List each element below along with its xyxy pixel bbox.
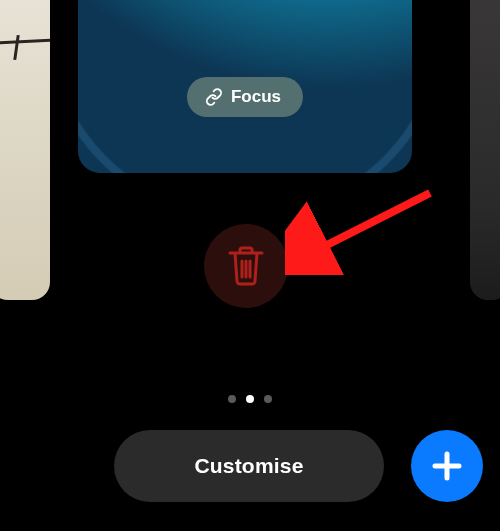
page-dot (228, 395, 236, 403)
link-icon (205, 88, 223, 106)
delete-wallpaper-button[interactable] (204, 224, 288, 308)
wallpaper-card-next[interactable] (470, 0, 500, 300)
focus-link-button[interactable]: Focus (187, 77, 303, 117)
svg-line-0 (307, 193, 430, 255)
wallpaper-card-previous[interactable] (0, 0, 50, 300)
focus-label: Focus (231, 87, 281, 107)
page-dot-active (246, 395, 254, 403)
wallpaper-card-current[interactable]: Focus (78, 0, 412, 173)
add-wallpaper-button[interactable] (411, 430, 483, 502)
customise-label: Customise (194, 454, 303, 478)
page-dot (264, 395, 272, 403)
plus-icon (429, 448, 465, 484)
trash-icon (227, 245, 265, 287)
page-indicator (0, 395, 500, 403)
customise-button[interactable]: Customise (114, 430, 384, 502)
annotation-arrow (285, 185, 445, 279)
